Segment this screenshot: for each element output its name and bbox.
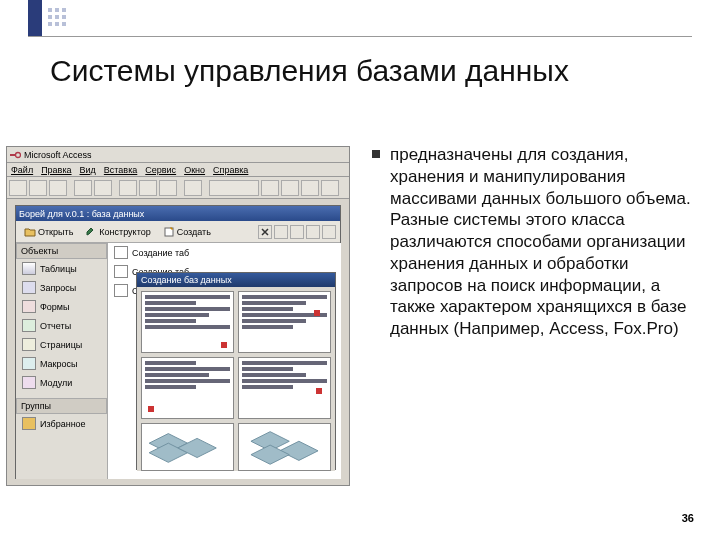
page-icon [22, 338, 36, 351]
form-icon [22, 300, 36, 313]
tool-undo-icon[interactable] [184, 180, 202, 196]
menu-edit[interactable]: Правка [41, 165, 71, 175]
db-design-button[interactable]: Конструктор [81, 225, 154, 239]
tool-copy-icon[interactable] [139, 180, 157, 196]
db-open-button[interactable]: Открыть [20, 225, 77, 239]
menu-insert[interactable]: Вставка [104, 165, 137, 175]
wizard-icon [114, 246, 128, 259]
app-title-text: Microsoft Access [24, 150, 92, 160]
access-screenshot: Microsoft Access Файл Правка Вид Вставка… [6, 146, 350, 486]
svg-point-1 [16, 152, 21, 157]
bullet-text: предназначены для создания, хранения и м… [390, 144, 692, 340]
table-icon [22, 262, 36, 275]
view-large-icon[interactable] [274, 225, 288, 239]
wizard-preview-2[interactable] [238, 291, 331, 353]
open-icon [24, 226, 36, 238]
view-list-icon[interactable] [306, 225, 320, 239]
wizard-title: Создание баз данных [137, 273, 335, 287]
red-marker-icon [221, 342, 227, 348]
wizard-preview-4[interactable] [238, 357, 331, 419]
database-window: Борей для v.0.1 : база данных Открыть Ко… [15, 205, 341, 479]
wizard-preview-5[interactable] [141, 423, 234, 471]
wizard-body [137, 287, 335, 471]
tool-new-icon[interactable] [9, 180, 27, 196]
menu-service[interactable]: Сервис [145, 165, 176, 175]
menubar[interactable]: Файл Правка Вид Вставка Сервис Окно Спра… [7, 163, 349, 177]
wizard-icon [114, 284, 128, 297]
red-marker-icon [314, 310, 320, 316]
app-titlebar: Microsoft Access [7, 147, 349, 163]
module-icon [22, 376, 36, 389]
text-column: предназначены для создания, хранения и м… [372, 144, 692, 340]
sidebar-item-macros[interactable]: Макросы [16, 354, 107, 373]
favorites-icon [22, 417, 36, 430]
sidebar-item-queries[interactable]: Запросы [16, 278, 107, 297]
tool-preview-icon[interactable] [94, 180, 112, 196]
wizard-preview-3[interactable] [141, 357, 234, 419]
view-details-icon[interactable] [322, 225, 336, 239]
database-toolbar: Открыть Конструктор Создать [16, 221, 340, 243]
title-underline [28, 36, 692, 37]
query-icon [22, 281, 36, 294]
sidebar-item-tables[interactable]: Таблицы [16, 259, 107, 278]
tool-relations-icon[interactable] [281, 180, 299, 196]
tool-open-icon[interactable] [29, 180, 47, 196]
page-number: 36 [682, 512, 694, 524]
report-icon [22, 319, 36, 332]
bullet-square-icon [372, 150, 380, 158]
tool-save-icon[interactable] [49, 180, 67, 196]
wizard-preview-6[interactable] [238, 423, 331, 471]
create-icon [163, 226, 175, 238]
macro-icon [22, 357, 36, 370]
sidebar-item-forms[interactable]: Формы [16, 297, 107, 316]
accent-dots [48, 8, 66, 26]
menu-file[interactable]: Файл [11, 165, 33, 175]
menu-window[interactable]: Окно [184, 165, 205, 175]
tool-help-icon[interactable] [321, 180, 339, 196]
accent-bar [28, 0, 42, 36]
database-window-title: Борей для v.0.1 : база данных [16, 206, 340, 221]
sidebar-header-objects: Объекты [16, 243, 107, 259]
sidebar-item-favorites[interactable]: Избранное [16, 414, 107, 433]
svg-rect-0 [10, 154, 15, 156]
tool-analyze-icon[interactable] [261, 180, 279, 196]
access-key-icon [9, 149, 21, 161]
tool-print-icon[interactable] [74, 180, 92, 196]
bullet-item: предназначены для создания, хранения и м… [372, 144, 692, 340]
view-small-icon[interactable] [290, 225, 304, 239]
tool-paste-icon[interactable] [159, 180, 177, 196]
db-create-button[interactable]: Создать [159, 225, 215, 239]
tool-links-icon[interactable] [209, 180, 259, 196]
sidebar-item-modules[interactable]: Модули [16, 373, 107, 392]
sidebar-item-reports[interactable]: Отчеты [16, 316, 107, 335]
tool-cut-icon[interactable] [119, 180, 137, 196]
wizard-preview-1[interactable] [141, 291, 234, 353]
tool-props-icon[interactable] [301, 180, 319, 196]
red-marker-icon [148, 406, 154, 412]
menu-help[interactable]: Справка [213, 165, 248, 175]
design-icon [85, 226, 97, 238]
database-sidebar: Объекты Таблицы Запросы Формы Отчеты Стр… [16, 243, 108, 479]
delete-icon[interactable] [258, 225, 272, 239]
wizard-dialog: Создание баз данных [136, 272, 336, 470]
sidebar-item-pages[interactable]: Страницы [16, 335, 107, 354]
sidebar-header-groups: Группы [16, 398, 107, 414]
red-marker-icon [316, 388, 322, 394]
menu-view[interactable]: Вид [80, 165, 96, 175]
wizard-icon [114, 265, 128, 278]
main-toolbar [7, 177, 349, 199]
slide-title: Системы управления базами данных [50, 54, 569, 88]
db-create-link-1[interactable]: Создание таб [108, 243, 341, 262]
